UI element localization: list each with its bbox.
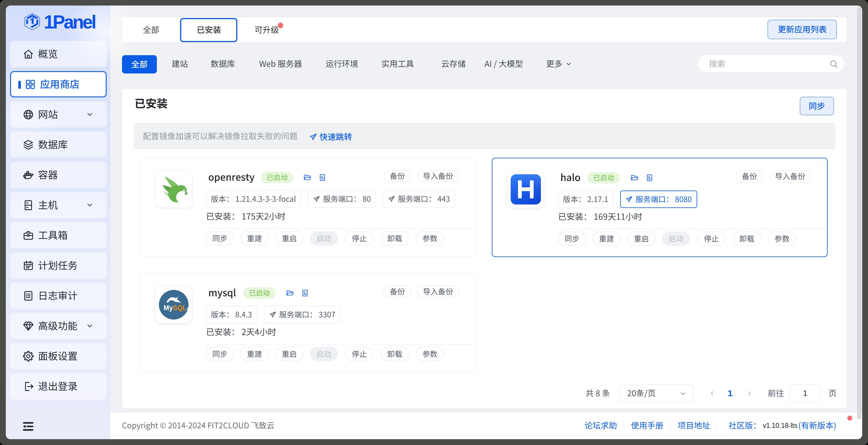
svg-text:MySQLTM: MySQLTM <box>163 304 189 312</box>
